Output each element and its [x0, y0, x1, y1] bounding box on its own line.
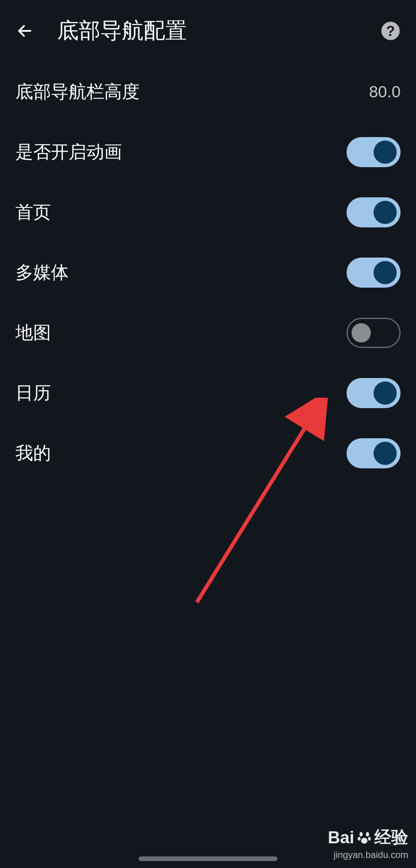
help-icon[interactable]: ?: [380, 21, 401, 41]
watermark-brand-prefix: Bai: [328, 828, 354, 847]
watermark-url: jingyan.baidu.com: [328, 849, 408, 860]
settings-list: 底部导航栏高度 80.0 是否开启动画 首页 多媒体 地图 日历 我的: [0, 62, 416, 483]
setting-label: 是否开启动画: [15, 140, 122, 164]
toggle-thumb: [374, 381, 397, 405]
back-arrow-icon[interactable]: [15, 22, 34, 40]
svg-point-7: [358, 837, 360, 841]
setting-row-home: 首页: [15, 182, 401, 242]
setting-label: 地图: [15, 321, 51, 345]
app-header: 底部导航配置 ?: [0, 0, 416, 62]
toggle-thumb: [374, 141, 397, 164]
setting-label: 我的: [15, 441, 51, 465]
setting-value: 80.0: [369, 83, 401, 101]
setting-label: 底部导航栏高度: [15, 80, 140, 104]
toggle-thumb: [374, 442, 397, 465]
toggle-home[interactable]: [347, 197, 401, 227]
toggle-map[interactable]: [347, 318, 401, 348]
toggle-multimedia[interactable]: [347, 258, 401, 288]
setting-row-map: 地图: [15, 303, 401, 363]
toggle-animation[interactable]: [347, 137, 401, 167]
svg-point-6: [366, 832, 369, 836]
home-indicator[interactable]: [139, 856, 277, 861]
setting-row-mine: 我的: [15, 423, 401, 483]
setting-label: 多媒体: [15, 261, 69, 285]
svg-point-5: [360, 832, 363, 836]
svg-point-8: [368, 837, 371, 841]
setting-row-height[interactable]: 底部导航栏高度 80.0: [15, 62, 401, 122]
setting-row-calendar: 日历: [15, 363, 401, 423]
toggle-thumb: [374, 201, 397, 224]
toggle-mine[interactable]: [347, 438, 401, 468]
setting-label: 首页: [15, 200, 51, 224]
setting-label: 日历: [15, 381, 51, 405]
watermark-brand-suffix: 经验: [374, 826, 408, 849]
watermark-logo: Bai 经验: [328, 826, 408, 849]
page-title: 底部导航配置: [57, 16, 380, 46]
toggle-thumb: [374, 261, 397, 284]
toggle-calendar[interactable]: [347, 378, 401, 408]
svg-text:?: ?: [386, 23, 395, 39]
svg-point-9: [361, 837, 368, 843]
toggle-thumb: [352, 323, 371, 342]
setting-row-multimedia: 多媒体: [15, 242, 401, 303]
paw-icon: [357, 830, 372, 845]
watermark: Bai 经验 jingyan.baidu.com: [328, 826, 408, 860]
setting-row-animation: 是否开启动画: [15, 122, 401, 182]
